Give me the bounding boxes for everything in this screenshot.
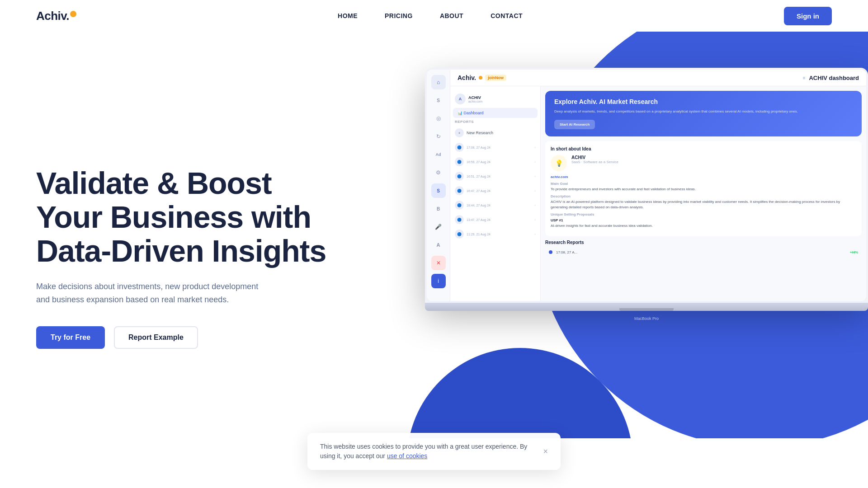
ai-research-card: Explore Achiv. AI Market Research Deep a… — [545, 91, 862, 136]
conv-arrow-6: › — [534, 218, 536, 222]
hamburger-icon: ≡ — [803, 75, 806, 80]
conv-arrow-5: › — [534, 203, 536, 207]
conv-arrow-2: › — [534, 160, 536, 164]
conv-item-1[interactable]: 🔵 17:08, 27 Aug 24 › — [450, 140, 540, 155]
sidebar-icon-settings[interactable]: ⚙ — [431, 165, 446, 180]
conv-icon-1: 🔵 — [455, 143, 464, 152]
conv-item-2[interactable]: 🔵 16:59, 27 Aug 24 › — [450, 155, 540, 169]
macbook-label: MacBook Pro — [634, 316, 659, 321]
main-goal-label: Main Goal — [551, 182, 856, 186]
sidebar-icon-alert[interactable]: ✕ — [431, 256, 446, 270]
main-goal-value: To provide entrepreneurs and investors w… — [551, 187, 856, 192]
dashboard-badge: joinNow — [485, 75, 506, 81]
usp-label: Unique Selling Proposals — [551, 212, 856, 216]
nav-contact[interactable]: CONTACT — [491, 12, 523, 19]
dashboard-logo: Achiv. joinNow — [458, 74, 506, 81]
reports-section-label: REPORTS — [450, 118, 540, 126]
usp-1-value: AI-driven insights for fast and accurate… — [551, 223, 856, 228]
idea-card: In short about Idea 💡 ACHIV SaaS · So — [545, 141, 862, 236]
company-detail-info: ACHIV SaaS · Software as a Service — [571, 155, 856, 171]
dashboard-logo-dot — [479, 76, 482, 80]
report-badge: +44% — [850, 251, 858, 254]
sub-panel: In short about Idea 💡 ACHIV SaaS · So — [541, 141, 866, 301]
ai-research-description: Deep analysis of markets, trends, and co… — [554, 109, 853, 114]
company-detail-row: 💡 ACHIV SaaS · Software as a Service — [551, 155, 856, 171]
sidebar-icon-a[interactable]: A — [431, 238, 446, 252]
conv-icon-2: 🔵 — [455, 157, 464, 166]
signin-button[interactable]: Sign in — [784, 7, 832, 25]
research-reports-section: Research Reports 17:08, 27 A... +44% — [545, 240, 862, 257]
company-detail-name: ACHIV — [571, 155, 856, 160]
brand-name: Achiv. — [36, 9, 69, 23]
usp-1-label: USP #1 — [551, 218, 856, 222]
description-field: Description ACHIV is an AI-powered platf… — [551, 194, 856, 209]
nav-about[interactable]: ABOUT — [440, 12, 463, 19]
company-icon: 💡 — [551, 155, 567, 171]
main-goal-field: Main Goal To provide entrepreneurs and i… — [551, 182, 856, 192]
sidebar-icon-analytics[interactable]: ◎ — [431, 111, 446, 126]
hero-content: Validate & Boost Your Business with Data… — [36, 148, 326, 349]
cookie-banner: This website uses cookies to provide you… — [307, 433, 561, 470]
sidebar-icon-ad[interactable]: Ad — [431, 147, 446, 162]
cookie-link[interactable]: use of cookies — [387, 452, 428, 460]
report-example-button[interactable]: Report Example — [114, 326, 198, 349]
conv-arrow-3: › — [534, 174, 536, 178]
conv-item-6[interactable]: 🔵 13:47, 27 Aug 24 › — [450, 212, 540, 227]
sidebar-icon-home[interactable]: ⌂ — [431, 75, 446, 89]
dashboard-nav-item[interactable]: 📊 Dashboard — [453, 108, 538, 118]
conv-arrow-1: › — [534, 145, 536, 150]
nav-links: HOME PRICING ABOUT CONTACT — [338, 12, 523, 20]
sidebar-icon-b[interactable]: B — [431, 202, 446, 216]
ai-research-title: Explore Achiv. AI Market Research — [554, 98, 853, 105]
report-dot — [549, 250, 552, 254]
hero-section: Validate & Boost Your Business with Data… — [0, 32, 868, 438]
idea-card-title: In short about Idea — [551, 146, 856, 151]
sidebar-icon-mic[interactable]: 🎤 — [431, 220, 446, 234]
description-label: Description — [551, 194, 856, 198]
brand-logo[interactable]: Achiv. — [36, 9, 76, 23]
company-url-row: achiv.com — [551, 175, 856, 179]
laptop-mockup: ⌂ S ◎ ↻ Ad ⚙ S B 🎤 A ✕ i — [425, 68, 868, 311]
dashboard-title: ACHIV dashboard — [809, 75, 859, 81]
dashboard-ui: ⌂ S ◎ ↻ Ad ⚙ S B 🎤 A ✕ i — [427, 70, 866, 301]
new-research-icon: + — [455, 128, 464, 137]
start-ai-research-button[interactable]: Start AI Research — [554, 120, 595, 129]
conv-item-4[interactable]: 🔵 16:47, 27 Aug 24 › — [450, 183, 540, 198]
try-free-button[interactable]: Try for Free — [36, 326, 105, 349]
conv-icon-3: 🔵 — [455, 172, 464, 181]
research-reports-title: Research Reports — [545, 240, 862, 245]
sidebar-icon-s[interactable]: S — [431, 93, 446, 108]
dashboard-header: Achiv. joinNow ≡ ACHIV dashboard — [450, 70, 866, 86]
cookie-close-button[interactable]: × — [543, 447, 548, 456]
sidebar-icon-refresh[interactable]: ↻ — [431, 129, 446, 144]
hero-subtitle: Make decisions about investments, new pr… — [36, 280, 271, 306]
company-info: ACHIV achiv.com — [468, 95, 482, 103]
cookie-text: This website uses cookies to provide you… — [320, 442, 534, 461]
report-text: 17:08, 27 A... — [556, 250, 846, 254]
nav-pricing[interactable]: PRICING — [385, 12, 413, 19]
conv-item-7[interactable]: 🔵 11:29, 21 Aug 24 › — [450, 227, 540, 241]
dashboard-content: A ACHIV achiv.com 📊 Dashboard REPORT — [450, 86, 866, 301]
company-url: achiv.com — [468, 100, 482, 103]
company-detail-url: achiv.com — [551, 175, 568, 179]
usp-field: Unique Selling Proposals USP #1 AI-drive… — [551, 212, 856, 228]
dashboard-header-right: ≡ ACHIV dashboard — [803, 75, 859, 81]
dashboard-sidebar: ⌂ S ◎ ↻ Ad ⚙ S B 🎤 A ✕ i — [427, 70, 450, 301]
bulb-icon: 💡 — [555, 160, 563, 167]
company-avatar: A — [455, 94, 466, 104]
new-research-item[interactable]: + New Research — [450, 126, 540, 140]
conv-icon-6: 🔵 — [455, 215, 464, 224]
description-value: ACHIV is an AI-powered platform designed… — [551, 199, 856, 209]
company-detail-tag: SaaS · Software as a Service — [571, 160, 856, 164]
laptop-screen: ⌂ S ◎ ↻ Ad ⚙ S B 🎤 A ✕ i — [425, 68, 868, 303]
conv-item-3[interactable]: 🔵 16:51, 27 Aug 24 › — [450, 169, 540, 183]
sidebar-icon-s2[interactable]: S — [431, 183, 446, 198]
conv-item-5[interactable]: 🔵 18:44, 27 Aug 24 › — [450, 198, 540, 212]
conv-icon-4: 🔵 — [455, 186, 464, 195]
company-name: ACHIV — [468, 95, 482, 100]
hero-title: Validate & Boost Your Business with Data… — [36, 166, 326, 267]
laptop-base: MacBook Pro — [425, 303, 868, 311]
nav-home[interactable]: HOME — [338, 12, 358, 19]
sidebar-icon-info[interactable]: i — [431, 274, 446, 288]
report-row[interactable]: 17:08, 27 A... +44% — [545, 248, 862, 257]
